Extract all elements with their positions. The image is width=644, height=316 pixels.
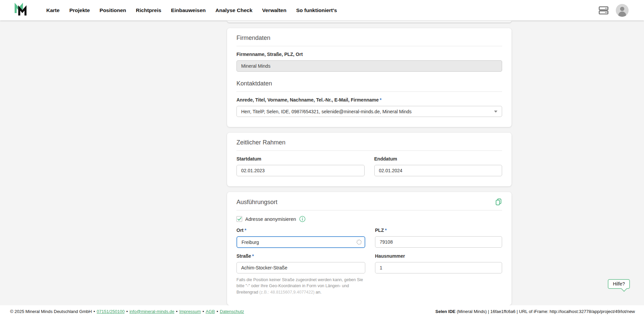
main-navigation: Karte Projekte Positionen Richtpreis Ein… <box>46 7 337 13</box>
required-marker: * <box>252 253 254 259</box>
nav-item-karte[interactable]: Karte <box>46 7 60 13</box>
section-title-ausfuehrungsort: Ausführungsort <box>236 198 277 206</box>
navbar-actions <box>598 4 629 17</box>
server-icon[interactable] <box>598 5 609 16</box>
nav-item-projekte[interactable]: Projekte <box>69 7 90 13</box>
copyright-text: © 2025 Mineral Minds Deutschland GmbH <box>10 309 92 314</box>
copy-icon[interactable] <box>495 198 502 206</box>
required-marker: * <box>245 228 246 233</box>
anonymize-label: Adresse anonymisieren <box>245 216 296 222</box>
footer-link-agb[interactable]: AGB <box>206 309 215 314</box>
strasse-label: Straße* <box>236 253 365 259</box>
mineral-minds-logo-icon[interactable] <box>14 2 28 18</box>
card-zeitlicher-rahmen: Zeitlicher Rahmen Startdatum Enddatum <box>227 133 512 186</box>
hint-example: (z.B.: 48.8115607,9.4077422) <box>259 290 314 295</box>
footer-status: Selen IDE (Mineral Minds) | 16fae1ffc6a6… <box>435 309 635 314</box>
previous-card-edge <box>227 20 512 22</box>
company-input <box>236 60 502 72</box>
chevron-down-icon <box>494 111 497 113</box>
card-firmendaten: Firmendaten Firmenname, Straße, PLZ, Ort… <box>227 28 512 127</box>
hausnummer-label: Hausnummer <box>375 253 502 259</box>
divider <box>236 210 502 210</box>
footer: © 2025 Mineral Minds Deutschland GmbH•07… <box>0 305 644 316</box>
contact-field-label-text: Anrede, Titel, Vorname, Nachname, Tel.-N… <box>236 97 379 103</box>
nav-item-richtpreis[interactable]: Richtpreis <box>136 7 161 13</box>
contact-select[interactable]: Herr, TitelP, Selen, IDE, 0987/654321, s… <box>236 106 502 117</box>
separator: • <box>217 309 218 314</box>
strasse-hint: Falls die Position keiner Straße zugeord… <box>236 277 365 295</box>
nav-item-einbauweisen[interactable]: Einbauweisen <box>171 7 206 13</box>
footer-left: © 2025 Mineral Minds Deutschland GmbH•07… <box>10 309 244 314</box>
status-details: (Mineral Minds) | 16fae1ffc6a6 | URL of … <box>455 309 635 314</box>
nav-item-so-funktionierts[interactable]: So funktioniert's <box>296 7 337 13</box>
ort-label: Ort* <box>236 228 365 233</box>
footer-link-impressum[interactable]: Impressum <box>179 309 201 314</box>
section-title-kontaktdaten: Kontaktdaten <box>236 80 502 87</box>
divider <box>236 91 502 92</box>
separator: • <box>203 309 204 314</box>
top-navbar: Karte Projekte Positionen Richtpreis Ein… <box>0 0 644 20</box>
footer-link-phone[interactable]: 07151/250100 <box>97 309 124 314</box>
footer-link-email[interactable]: info@mineral-minds.de <box>129 309 174 314</box>
separator: • <box>126 309 128 314</box>
hausnummer-input[interactable] <box>375 262 502 273</box>
required-marker: * <box>385 228 386 233</box>
info-icon[interactable] <box>299 216 306 222</box>
contact-field-label: Anrede, Titel, Vorname, Nachname, Tel.-N… <box>236 97 502 103</box>
contact-select-value: Herr, TitelP, Selen, IDE, 0987/654321, s… <box>241 109 412 114</box>
card-ausfuehrungsort: Ausführungsort Adresse anonymisieren <box>227 192 512 305</box>
footer-link-datenschutz[interactable]: Datenschutz <box>220 309 244 314</box>
strasse-input[interactable] <box>236 262 365 273</box>
main-content: Firmendaten Firmenname, Straße, PLZ, Ort… <box>0 20 644 305</box>
separator: • <box>176 309 178 314</box>
loading-spinner-icon <box>357 240 362 245</box>
enddatum-input[interactable] <box>374 165 502 176</box>
section-title-firmendaten: Firmendaten <box>236 34 502 42</box>
status-app-name: Selen IDE <box>435 309 455 314</box>
divider <box>236 46 502 46</box>
user-avatar-icon[interactable] <box>616 4 629 17</box>
required-marker: * <box>380 97 381 103</box>
hint-text-end: an. <box>315 290 322 295</box>
startdatum-input[interactable] <box>236 165 365 176</box>
section-title-zeitlicher-rahmen: Zeitlicher Rahmen <box>236 139 502 146</box>
help-button[interactable]: Hilfe? <box>608 279 630 289</box>
plz-label-text: PLZ <box>375 228 384 233</box>
company-field-label: Firmenname, Straße, PLZ, Ort <box>236 52 502 57</box>
ort-label-text: Ort <box>236 228 244 233</box>
ort-input[interactable] <box>236 236 365 248</box>
enddatum-label: Enddatum <box>374 156 502 162</box>
nav-item-positionen[interactable]: Positionen <box>100 7 126 13</box>
nav-item-verwalten[interactable]: Verwalten <box>262 7 286 13</box>
plz-input[interactable] <box>375 236 502 248</box>
plz-label: PLZ* <box>375 228 502 233</box>
checkmark-icon <box>237 217 241 221</box>
separator: • <box>94 309 95 314</box>
startdatum-label: Startdatum <box>236 156 365 162</box>
nav-item-analyse-check[interactable]: Analyse Check <box>215 7 252 13</box>
strasse-label-text: Straße <box>236 253 251 259</box>
anonymize-checkbox[interactable] <box>236 216 242 222</box>
